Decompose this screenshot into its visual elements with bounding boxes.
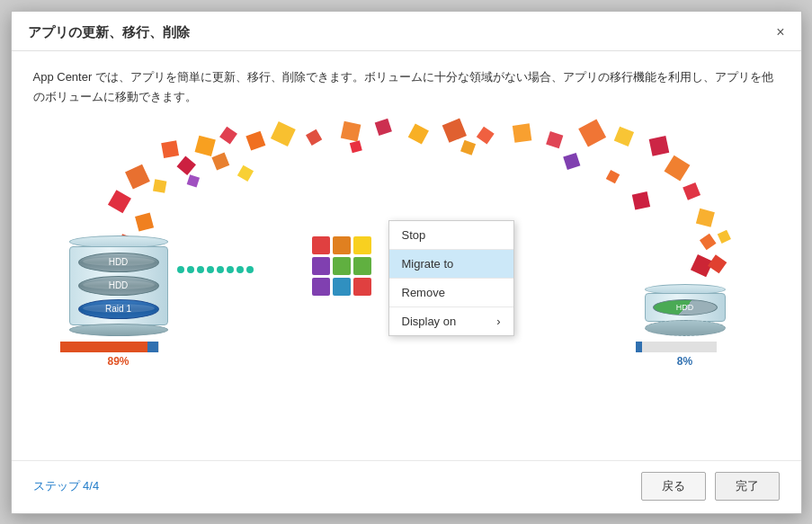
- svg-rect-19: [578, 119, 606, 147]
- close-button[interactable]: ×: [776, 25, 784, 40]
- left-progress-bar: [60, 342, 159, 352]
- grid-cell-2: [333, 236, 351, 254]
- svg-rect-22: [664, 155, 690, 181]
- svg-rect-25: [699, 233, 716, 250]
- svg-rect-2: [107, 190, 130, 213]
- svg-rect-11: [306, 129, 322, 145]
- svg-rect-27: [186, 174, 199, 187]
- svg-rect-6: [161, 140, 179, 158]
- menu-item-migrate[interactable]: Migrate to: [389, 250, 513, 278]
- svg-rect-23: [683, 182, 700, 200]
- disk-raid1: Raid 1: [78, 299, 159, 319]
- grid-cell-1: [312, 236, 330, 254]
- dot-teal-8: [246, 266, 254, 273]
- app-grid-icon: [312, 236, 371, 296]
- finish-button[interactable]: 完了: [715, 472, 780, 501]
- left-cylinder: HDD HDD Raid 1: [60, 235, 177, 336]
- back-button[interactable]: 戻る: [641, 472, 706, 501]
- svg-rect-7: [194, 135, 215, 155]
- svg-rect-26: [690, 254, 712, 277]
- grid-cell-8: [333, 278, 351, 296]
- disk-hdd-2: HDD: [78, 276, 159, 296]
- svg-rect-29: [236, 164, 253, 181]
- dot-teal-4: [207, 266, 214, 273]
- disk-hdd-right: HDD: [653, 299, 718, 315]
- right-progress-blue-fill: [636, 342, 642, 352]
- svg-rect-8: [219, 126, 237, 144]
- svg-rect-32: [563, 153, 580, 170]
- step-label: ステップ 4/4: [33, 478, 100, 494]
- cylinder-body-left: HDD HDD Raid 1: [69, 246, 168, 325]
- svg-rect-4: [125, 164, 150, 189]
- grid-cell-3: [353, 236, 371, 254]
- svg-rect-17: [512, 123, 531, 143]
- storage-right: HDD 8%: [636, 284, 735, 368]
- illustration-area: HDD HDD Raid 1 89%: [33, 116, 780, 422]
- svg-rect-10: [270, 121, 295, 147]
- menu-item-remove[interactable]: Remove: [389, 279, 513, 306]
- dot-teal-2: [187, 266, 194, 273]
- svg-rect-12: [340, 121, 361, 142]
- progress-orange-fill: [60, 342, 148, 352]
- svg-rect-13: [374, 118, 391, 135]
- svg-rect-35: [708, 254, 727, 273]
- cylinder-bottom-right: [645, 320, 726, 336]
- dialog-body: App Center では、アプリを簡単に更新、移行、削除できます。ボリュームに…: [12, 51, 801, 460]
- svg-rect-30: [349, 140, 361, 153]
- footer-buttons: 戻る 完了: [641, 472, 780, 501]
- dialog-footer: ステップ 4/4 戻る 完了: [12, 460, 801, 513]
- cylinder-body-right: HDD: [645, 293, 726, 322]
- svg-rect-31: [460, 139, 476, 155]
- svg-rect-9: [245, 130, 265, 150]
- svg-rect-16: [476, 126, 494, 144]
- grid-cell-5: [333, 257, 351, 275]
- arrow-left: [177, 266, 254, 273]
- svg-rect-24: [695, 209, 714, 227]
- description-text: App Center では、アプリを簡単に更新、移行、削除できます。ボリュームに…: [33, 67, 780, 107]
- svg-rect-3: [152, 179, 165, 192]
- dialog-title: アプリの更新、移行、削除: [28, 24, 190, 41]
- grid-cell-6: [353, 257, 371, 275]
- svg-rect-28: [211, 152, 229, 170]
- dot-teal-5: [217, 266, 224, 273]
- chevron-right-icon: ›: [496, 315, 500, 328]
- svg-rect-34: [631, 191, 649, 209]
- dot-teal-6: [227, 266, 234, 273]
- svg-rect-33: [605, 170, 619, 183]
- dot-teal-1: [177, 266, 184, 273]
- cylinder-bottom-left: [69, 324, 168, 336]
- right-cylinder: HDD: [636, 284, 735, 336]
- right-progress-bar: [636, 342, 717, 352]
- svg-rect-20: [613, 126, 633, 146]
- svg-rect-18: [546, 131, 563, 148]
- grid-cell-4: [312, 257, 330, 275]
- svg-rect-21: [648, 136, 669, 156]
- grid-cell-9: [353, 278, 371, 296]
- progress-blue-fill: [147, 342, 158, 352]
- disk-hdd-1: HDD: [78, 253, 159, 272]
- grid-cell-7: [312, 278, 330, 296]
- svg-rect-14: [407, 123, 428, 144]
- menu-item-display-on[interactable]: Display on ›: [389, 307, 513, 335]
- left-progress-label: 89%: [60, 355, 177, 368]
- svg-rect-1: [135, 212, 154, 231]
- dot-teal-7: [236, 266, 244, 273]
- main-dialog: アプリの更新、移行、削除 × App Center では、アプリを簡単に更新、移…: [11, 11, 802, 514]
- menu-item-stop[interactable]: Stop: [389, 221, 513, 249]
- svg-rect-15: [442, 118, 466, 142]
- storage-left: HDD HDD Raid 1 89%: [60, 235, 177, 368]
- svg-rect-36: [717, 229, 730, 243]
- dialog-header: アプリの更新、移行、削除 ×: [12, 12, 801, 51]
- context-menu: Stop Migrate to Remove Display on ›: [388, 220, 514, 336]
- dot-teal-3: [197, 266, 204, 273]
- svg-rect-5: [176, 155, 195, 174]
- right-progress-label: 8%: [636, 355, 735, 368]
